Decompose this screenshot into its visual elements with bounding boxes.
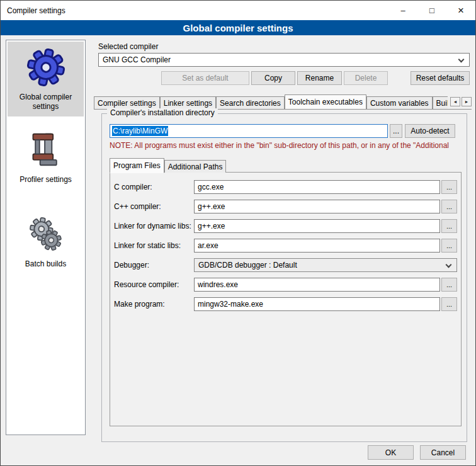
field-row-resource-compiler: Resource compiler: ... <box>114 278 457 292</box>
sidebar-item-global-compiler-settings[interactable]: Global compiler settings <box>8 42 84 116</box>
chevron-down-icon <box>446 262 452 268</box>
browse-make-program-button[interactable]: ... <box>441 297 457 311</box>
c-compiler-input[interactable] <box>194 180 440 194</box>
copy-button[interactable]: Copy <box>251 71 295 85</box>
installation-directory-row: C:\raylib\MinGW ... Auto-detect <box>110 124 462 138</box>
tab-scroll-buttons: ◄ ► <box>450 97 472 106</box>
field-row-make-program: Make program: ... <box>114 297 457 311</box>
browse-cpp-compiler-button[interactable]: ... <box>441 200 457 213</box>
make-program-input[interactable] <box>194 297 440 311</box>
field-row-linker-dynamic: Linker for dynamic libs: ... <box>114 219 457 233</box>
close-button[interactable]: × <box>446 1 475 20</box>
subtab-additional-paths[interactable]: Additional Paths <box>164 160 227 173</box>
debugger-combobox[interactable]: GDB/CDB debugger : Default <box>194 258 457 272</box>
sidebar-item-label: Profiler settings <box>20 175 72 185</box>
browse-c-compiler-button[interactable]: ... <box>441 180 457 194</box>
field-label: Linker for dynamic libs: <box>114 222 194 230</box>
compiler-settings-dialog: Compiler settings – □ × Global compiler … <box>0 0 476 466</box>
toolchain-subtabs: Program Files Additional Paths <box>110 158 462 173</box>
rename-button[interactable]: Rename <box>297 71 342 85</box>
maximize-button[interactable]: □ <box>417 1 446 20</box>
tabs-scroll-area: Compiler settings Linker settings Search… <box>94 94 448 109</box>
field-label: Linker for static libs: <box>114 241 194 250</box>
main-content: Selected compiler GNU GCC Compiler Set a… <box>94 38 472 442</box>
linker-dynamic-input[interactable] <box>194 219 440 233</box>
groupbox-legend: Compiler's installation directory <box>107 108 218 117</box>
tab-scroll-right-button[interactable]: ► <box>462 97 472 106</box>
resource-compiler-input[interactable] <box>194 278 440 292</box>
field-row-debugger: Debugger: GDB/CDB debugger : Default <box>114 258 457 272</box>
minimize-button[interactable]: – <box>388 1 417 20</box>
selected-compiler-label: Selected compiler <box>98 42 472 51</box>
auto-detect-button[interactable]: Auto-detect <box>405 124 455 138</box>
tab-search-directories[interactable]: Search directories <box>216 96 285 109</box>
debugger-combobox-value: GDB/CDB debugger : Default <box>198 261 297 270</box>
field-row-c-compiler: C compiler: ... <box>114 180 457 194</box>
browse-linker-dynamic-button[interactable]: ... <box>441 219 457 233</box>
blue-gear-icon <box>26 48 66 87</box>
note-text: NOTE: All programs must exist either in … <box>110 141 462 150</box>
tab-scroll-left-button[interactable]: ◄ <box>450 97 460 106</box>
field-label: Resource compiler: <box>114 280 194 289</box>
compiler-combobox[interactable]: GNU GCC Compiler <box>98 53 470 67</box>
settings-sidebar: Global compiler settings Profiler settin… <box>6 40 86 435</box>
sidebar-item-label: Batch builds <box>25 259 66 269</box>
field-row-cpp-compiler: C++ compiler: ... <box>114 200 457 213</box>
field-row-linker-static: Linker for static libs: ... <box>114 239 457 253</box>
ok-button[interactable]: OK <box>368 445 414 460</box>
compiler-combobox-value: GNU GCC Compiler <box>103 55 171 64</box>
cpp-compiler-input[interactable] <box>194 200 440 213</box>
browse-linker-static-button[interactable]: ... <box>441 239 457 253</box>
settings-tabs: Compiler settings Linker settings Search… <box>94 94 472 110</box>
sidebar-item-profiler-settings[interactable]: Profiler settings <box>8 124 84 190</box>
program-files-panel: C compiler: ... C++ compiler: ... Linker… <box>110 172 462 426</box>
subtab-program-files[interactable]: Program Files <box>110 158 164 173</box>
cancel-button[interactable]: Cancel <box>420 445 466 460</box>
tab-build-options[interactable]: Build <box>433 96 448 109</box>
window-title: Compiler settings <box>1 6 388 15</box>
tab-custom-variables[interactable]: Custom variables <box>366 96 433 109</box>
browse-resource-compiler-button[interactable]: ... <box>441 278 457 292</box>
field-label: Debugger: <box>114 261 194 270</box>
delete-button[interactable]: Delete <box>344 71 388 85</box>
installation-directory-groupbox: Compiler's installation directory C:\ray… <box>101 113 467 442</box>
set-as-default-button[interactable]: Set as default <box>161 71 249 85</box>
page-title: Global compiler settings <box>1 20 475 35</box>
tab-toolchain-executables[interactable]: Toolchain executables <box>285 94 366 109</box>
install-dir-selected-text: C:\raylib\MinGW <box>112 126 168 136</box>
chevron-down-icon <box>458 57 465 63</box>
field-label: C++ compiler: <box>114 202 194 211</box>
clamp-tool-icon <box>28 130 64 169</box>
install-dir-input[interactable]: C:\raylib\MinGW <box>110 124 388 138</box>
field-label: C compiler: <box>114 183 194 191</box>
gray-gears-icon <box>26 215 66 254</box>
linker-static-input[interactable] <box>194 239 440 253</box>
tab-compiler-settings[interactable]: Compiler settings <box>94 96 160 109</box>
field-label: Make program: <box>114 300 194 309</box>
sidebar-item-batch-builds[interactable]: Batch builds <box>8 208 84 274</box>
browse-install-dir-button[interactable]: ... <box>390 124 402 138</box>
compiler-actions: Set as default Copy Rename Delete Reset … <box>98 71 470 85</box>
tab-linker-settings[interactable]: Linker settings <box>160 96 216 109</box>
sidebar-item-label: Global compiler settings <box>9 93 82 111</box>
reset-defaults-button[interactable]: Reset defaults <box>411 71 470 85</box>
titlebar: Compiler settings – □ × <box>1 1 475 20</box>
